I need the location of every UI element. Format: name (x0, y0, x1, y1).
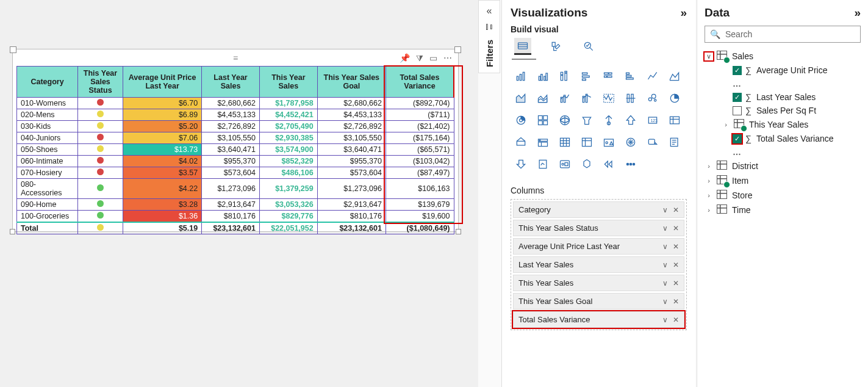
viz-type-button[interactable] (664, 110, 685, 131)
checkbox-icon[interactable]: ✓ (733, 93, 742, 102)
viz-type-button[interactable] (554, 88, 575, 109)
remove-field-icon[interactable]: ✕ (673, 279, 679, 288)
chevron-right-icon[interactable]: › (722, 121, 730, 128)
col-header[interactable]: Total Sales Variance (386, 66, 454, 97)
columns-field-well[interactable]: Category ∨ ✕ This Year Sales Status ∨ ✕ … (511, 199, 687, 330)
checkbox-icon[interactable]: ✓ (733, 134, 742, 143)
build-tab-format[interactable] (547, 38, 564, 55)
col-header[interactable]: Last Year Sales (202, 66, 260, 97)
table-row[interactable]: 040-Juniors$7.06$3,105,550$2,930,385$3,1… (17, 132, 454, 143)
viz-type-button[interactable] (576, 132, 597, 153)
viz-type-button[interactable] (511, 132, 531, 153)
viz-type-button[interactable] (576, 154, 597, 175)
filters-pane-collapsed[interactable]: « ⫿⫾ Filters (478, 0, 500, 73)
col-header[interactable]: Average Unit Price Last Year (123, 66, 202, 97)
viz-type-button[interactable] (511, 154, 531, 175)
viz-type-button[interactable] (576, 88, 597, 109)
pin-icon[interactable]: 📌 (400, 53, 410, 63)
chevron-down-icon[interactable]: ∨ (662, 224, 668, 233)
viz-type-button[interactable] (598, 88, 619, 109)
chevron-down-icon[interactable]: ∨ (662, 297, 668, 306)
table-store[interactable]: › Store (705, 188, 861, 203)
table-row[interactable]: 020-Mens$6.89$4,453,133$4,452,421$4,453,… (17, 109, 454, 120)
viz-type-button[interactable] (642, 132, 663, 153)
viz-type-button[interactable] (620, 88, 641, 109)
field-pill[interactable]: This Year Sales Goal ∨ ✕ (513, 293, 684, 309)
field-pill[interactable]: This Year Sales Status ∨ ✕ (513, 220, 684, 236)
field-average-unit-price[interactable]: ✓ Average Unit Price (705, 63, 861, 77)
chevron-down-icon[interactable]: ∨ (662, 242, 668, 251)
viz-type-button[interactable] (533, 66, 553, 87)
remove-field-icon[interactable]: ✕ (673, 242, 679, 251)
viz-type-button[interactable] (664, 88, 685, 109)
col-header[interactable]: Category (17, 66, 78, 97)
viz-type-button[interactable] (598, 132, 619, 153)
field-pill[interactable]: Average Unit Price Last Year ∨ ✕ (513, 238, 684, 255)
viz-type-button[interactable] (533, 154, 553, 175)
report-canvas[interactable]: ≡ 📌 ⧩ ▭ ⋯ Category This Year Sales Statu… (0, 0, 478, 387)
viz-type-button[interactable] (511, 66, 531, 87)
chevron-down-icon[interactable]: ∨ (705, 52, 713, 60)
field-pill[interactable]: Category ∨ ✕ (513, 201, 684, 218)
table-row[interactable]: 090-Home$3.28$2,913,647$3,053,326$2,913,… (17, 198, 454, 210)
col-header[interactable]: This Year Sales Status (78, 66, 123, 97)
chevron-down-icon[interactable]: ∨ (662, 316, 668, 324)
remove-field-icon[interactable]: ✕ (673, 206, 679, 214)
viz-type-button[interactable] (511, 110, 531, 131)
viz-type-button[interactable] (598, 110, 619, 131)
build-tab-fields[interactable] (514, 38, 531, 55)
table-visual-container[interactable]: ≡ 📌 ⧩ ▭ ⋯ Category This Year Sales Statu… (12, 49, 459, 232)
chevron-down-icon[interactable]: ∨ (662, 206, 668, 214)
chevron-right-icon[interactable]: › (705, 206, 713, 214)
viz-type-button[interactable] (642, 88, 663, 109)
chevron-right-icon[interactable]: › (705, 192, 713, 199)
table-item[interactable]: › Item (705, 173, 861, 188)
field-this-year-sales[interactable]: › This Year Sales (705, 117, 861, 132)
field-pill[interactable]: Total Sales Variance ∨ ✕ (513, 311, 684, 328)
filter-icon[interactable]: ⧩ (416, 53, 423, 63)
viz-type-button[interactable] (620, 132, 641, 153)
viz-type-button[interactable] (620, 110, 641, 131)
viz-type-button[interactable] (554, 66, 575, 87)
viz-type-button[interactable] (554, 110, 575, 131)
collapse-viz-icon[interactable]: » (680, 6, 687, 20)
viz-type-button[interactable] (511, 88, 531, 109)
viz-type-button[interactable] (533, 88, 553, 109)
col-header[interactable]: This Year Sales Goal (317, 66, 386, 97)
field-last-year-sales[interactable]: ✓ Last Year Sales (705, 90, 861, 104)
checkbox-icon[interactable]: ✓ (733, 66, 742, 75)
more-icon[interactable]: … (705, 77, 861, 90)
table-district[interactable]: › District (705, 159, 861, 173)
table-row[interactable]: 080-Accessories$4.22$1,273,096$1,379,259… (17, 178, 454, 198)
viz-type-button[interactable] (533, 132, 553, 153)
remove-field-icon[interactable]: ✕ (673, 224, 679, 233)
viz-type-button[interactable] (554, 132, 575, 153)
chevron-right-icon[interactable]: › (705, 177, 713, 184)
viz-type-button[interactable] (620, 66, 641, 87)
viz-type-button[interactable] (576, 110, 597, 131)
field-pill[interactable]: This Year Sales ∨ ✕ (513, 275, 684, 291)
table-row[interactable]: 030-Kids$5.20$2,726,892$2,705,490$2,726,… (17, 120, 454, 132)
chevron-down-icon[interactable]: ∨ (662, 261, 668, 269)
remove-field-icon[interactable]: ✕ (673, 297, 679, 306)
expand-filters-icon[interactable]: « (487, 5, 492, 16)
table-time[interactable]: › Time (705, 203, 861, 217)
viz-type-button[interactable]: 123 (642, 110, 663, 131)
search-input[interactable]: 🔍 Search (705, 26, 861, 43)
viz-type-button[interactable] (620, 154, 641, 175)
table-row[interactable]: 070-Hosiery$3.57$573,604$486,106$573,604… (17, 167, 454, 178)
viz-type-button[interactable] (598, 154, 619, 175)
focus-icon[interactable]: ▭ (429, 53, 437, 63)
remove-field-icon[interactable]: ✕ (673, 316, 679, 324)
field-total-sales-variance[interactable]: ✓ Total Sales Variance (705, 132, 861, 145)
table-row[interactable]: 100-Groceries$1.36$810,176$829,776$810,1… (17, 210, 454, 222)
chevron-right-icon[interactable]: › (705, 162, 713, 170)
viz-type-button[interactable] (664, 132, 685, 153)
checkbox-icon[interactable] (733, 106, 742, 115)
table-row[interactable]: 010-Womens$6.70$2,680,662$1,787,958$2,68… (17, 97, 454, 109)
viz-type-button[interactable] (598, 66, 619, 87)
col-header[interactable]: This Year Sales (259, 66, 317, 97)
table-row[interactable]: 050-Shoes$13.73$3,640,471$3,574,900$3,64… (17, 143, 454, 155)
viz-type-button[interactable] (554, 154, 575, 175)
viz-type-button[interactable] (533, 110, 553, 131)
